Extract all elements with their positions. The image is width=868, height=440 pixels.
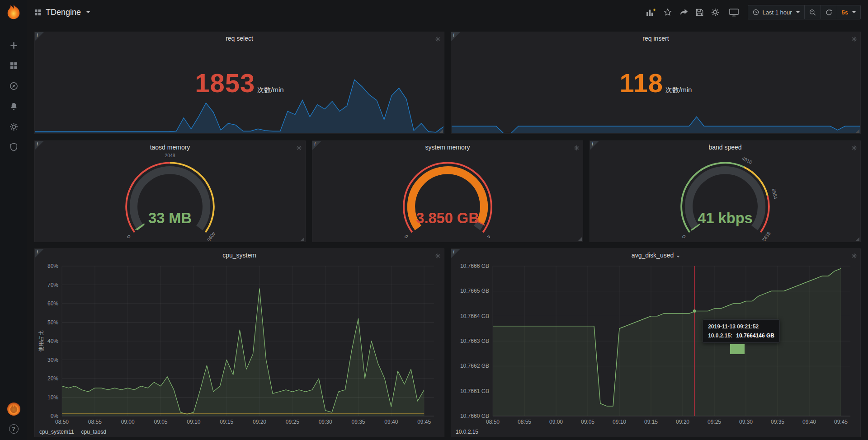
svg-text:09:45: 09:45 xyxy=(417,419,431,425)
sidebar-item-alerting[interactable] xyxy=(3,97,24,117)
sidebar-item-explore[interactable] xyxy=(3,77,24,97)
line-chart[interactable]: 0%10%20%30%40%50%60%70%80%08:5008:5509:0… xyxy=(37,262,440,426)
dashboard-grid: i req select 1853 次数/min i req insert xyxy=(27,24,868,440)
panel-title[interactable]: req insert xyxy=(451,32,860,45)
search-minus-icon xyxy=(809,9,816,16)
svg-text:09:25: 09:25 xyxy=(286,419,299,425)
panel-resize-handle[interactable] xyxy=(439,129,443,133)
svg-text:09:35: 09:35 xyxy=(351,419,365,425)
svg-text:10.7661 GB: 10.7661 GB xyxy=(460,388,489,394)
gear-icon xyxy=(9,122,18,133)
time-controls: Last 1 hour 5s xyxy=(748,5,861,19)
save-button[interactable] xyxy=(696,9,703,16)
svg-text:08:55: 08:55 xyxy=(518,419,531,425)
svg-text:10.7662 GB: 10.7662 GB xyxy=(460,363,489,369)
singlestat-body: 1853 次数/min xyxy=(35,45,444,134)
svg-text:33 MB: 33 MB xyxy=(148,210,192,226)
panel-info-icon[interactable]: i xyxy=(312,141,321,150)
zoom-out-button[interactable] xyxy=(804,5,821,19)
sidebar-item-server-admin[interactable] xyxy=(3,138,24,158)
svg-text:09:10: 09:10 xyxy=(613,419,626,425)
panel-band-speed: i band speed 049166554819241 kbps xyxy=(590,140,861,242)
panel-resize-handle[interactable] xyxy=(301,237,304,241)
panel-spinner-icon xyxy=(435,35,440,43)
panel-spinner-icon xyxy=(852,252,857,260)
panel-spinner-icon xyxy=(297,144,302,152)
svg-text:09:05: 09:05 xyxy=(154,419,167,425)
panel-title[interactable]: avg_disk_used xyxy=(451,249,860,262)
bell-icon xyxy=(9,102,18,112)
panel-title[interactable]: req select xyxy=(35,32,444,45)
svg-text:80%: 80% xyxy=(47,263,58,269)
panel-menu-caret-icon xyxy=(676,256,680,257)
svg-text:0: 0 xyxy=(681,234,687,239)
settings-gear-button[interactable] xyxy=(711,8,719,16)
panel-resize-handle[interactable] xyxy=(856,237,859,241)
sidebar-item-create[interactable] xyxy=(3,36,24,56)
panel-info-icon[interactable]: i xyxy=(451,249,460,258)
time-range-picker[interactable]: Last 1 hour xyxy=(748,5,804,19)
caret-down-icon xyxy=(852,11,856,13)
svg-text:41 kbps: 41 kbps xyxy=(698,210,752,226)
add-panel-button[interactable] xyxy=(646,8,656,16)
panel-title[interactable]: system memory xyxy=(312,141,583,154)
panel-info-icon[interactable]: i xyxy=(35,141,44,150)
panel-info-icon[interactable]: i xyxy=(590,141,599,150)
svg-text:10.7666 GB: 10.7666 GB xyxy=(460,263,489,269)
panel-info-icon[interactable]: i xyxy=(35,249,44,258)
legend-item[interactable]: cpu_taosd xyxy=(81,429,106,435)
panel-spinner-icon xyxy=(852,144,857,152)
sidebar-item-dashboards[interactable] xyxy=(3,56,24,77)
grafana-logo[interactable] xyxy=(5,4,22,23)
refresh-interval-label: 5s xyxy=(842,9,848,16)
share-button[interactable] xyxy=(679,9,688,16)
gauge-body: 049166554819241 kbps xyxy=(590,154,860,242)
sidebar-item-configuration[interactable] xyxy=(3,117,24,138)
gauge-body: 02048409633 MB xyxy=(35,154,305,242)
panel-info-icon[interactable]: i xyxy=(35,32,44,41)
panel-title[interactable]: band speed xyxy=(590,141,860,154)
svg-text:10.7663 GB: 10.7663 GB xyxy=(460,338,489,344)
user-avatar[interactable] xyxy=(7,402,21,418)
panel-resize-handle[interactable] xyxy=(856,129,859,133)
svg-text:09:15: 09:15 xyxy=(644,419,658,425)
svg-text:09:30: 09:30 xyxy=(739,419,753,425)
legend-series-label: 10.0.2.15 xyxy=(456,429,478,435)
svg-text:0%: 0% xyxy=(51,413,59,419)
graph-body: 0%10%20%30%40%50%60%70%80%08:5008:5509:0… xyxy=(37,262,440,426)
singlestat-value: 118 xyxy=(620,68,664,98)
legend-item[interactable]: cpu_system11 xyxy=(39,429,74,435)
svg-text:10%: 10% xyxy=(47,394,58,401)
help-icon[interactable]: ? xyxy=(9,424,19,434)
svg-text:3.850 GB: 3.850 GB xyxy=(416,210,479,226)
refresh-interval-picker[interactable]: 5s xyxy=(837,5,860,19)
panel-system-memory: i system memory 043.850 GB xyxy=(312,140,583,242)
top-navbar: TDengine xyxy=(27,0,868,24)
svg-text:4096: 4096 xyxy=(206,231,217,242)
line-chart[interactable]: 10.7660 GB10.7661 GB10.7662 GB10.7663 GB… xyxy=(453,262,857,426)
svg-text:09:40: 09:40 xyxy=(802,419,816,425)
star-button[interactable] xyxy=(664,8,672,16)
svg-text:0: 0 xyxy=(403,234,409,239)
svg-text:09:45: 09:45 xyxy=(834,419,848,425)
sidebar: ? xyxy=(0,0,27,440)
panel-title[interactable]: taosd memory xyxy=(35,141,305,154)
legend-item[interactable]: 10.0.2.15 xyxy=(456,429,478,435)
legend-series-label: cpu_taosd xyxy=(81,429,106,435)
panel-title[interactable]: cpu_system xyxy=(35,249,444,262)
panel-resize-handle[interactable] xyxy=(578,237,582,241)
svg-text:70%: 70% xyxy=(47,282,58,288)
svg-text:10.7660 GB: 10.7660 GB xyxy=(460,413,489,419)
apps-grid-icon xyxy=(34,9,41,16)
singlestat-unit: 次数/min xyxy=(257,86,283,94)
dashboard-title: TDengine xyxy=(46,8,81,17)
tooltip-time: 2019-11-13 09:21:52 xyxy=(708,323,774,330)
refresh-button[interactable] xyxy=(821,5,837,19)
cycle-view-monitor-button[interactable] xyxy=(729,8,739,17)
panel-req-insert: i req insert 118 次数/min xyxy=(451,32,861,134)
graph-body: 10.7660 GB10.7661 GB10.7662 GB10.7663 GB… xyxy=(453,262,857,426)
svg-text:08:50: 08:50 xyxy=(55,419,69,425)
svg-text:4916: 4916 xyxy=(741,155,753,165)
dashboard-title-button[interactable]: TDengine xyxy=(34,8,90,17)
panel-info-icon[interactable]: i xyxy=(451,32,460,41)
